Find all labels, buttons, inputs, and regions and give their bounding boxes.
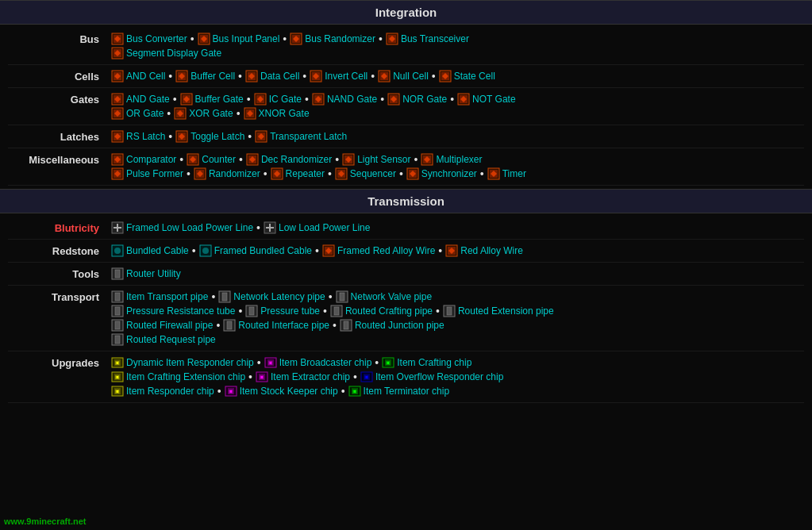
list-item: NAND Gate [312,93,377,106]
list-item: Randomizer [194,167,260,180]
list-item: Network Valve pipe [336,290,433,303]
list-item: Invert Cell [310,70,368,83]
category-label: Blutricity [8,221,111,234]
transmission-content: BlutricityFramed Low Load Power Line•Low… [0,213,812,406]
item-label: Item Broadcaster chip [279,357,372,368]
item-label: Multiplexer [436,154,482,165]
list-item: Item Transport pipe [111,290,208,303]
dot-separator: • [341,385,345,398]
list-item: Router Utility [111,267,181,280]
item-label: Transparent Latch [270,131,347,142]
item-label: Buffer Cell [190,71,235,82]
list-item: ▣Item Crafting chip [382,356,471,369]
category-label: Tools [8,267,111,280]
item-label: Framed Low Load Power Line [126,222,253,233]
item-label: XNOR Gate [259,108,310,119]
list-item: XNOR Gate [244,107,310,120]
items-line: Routed Firewall pipe•Routed Interface pi… [111,318,804,332]
category-label: Bus [8,32,111,45]
item-label: Repeater [286,168,325,179]
category-row: TransportItem Transport pipe•Network Lat… [8,286,804,351]
dot-separator: • [333,319,337,332]
items-line: ▣Item Responder chip•▣Item Stock Keeper … [111,384,804,398]
items-wrapper: AND Cell•Buffer Cell•Data Cell•Invert Ce… [111,69,804,83]
list-item: IC Gate [254,93,302,106]
dot-separator: • [329,290,333,303]
svg-text:▣: ▣ [115,389,120,394]
category-row: RedstoneBundled Cable•Framed Bundled Cab… [8,240,804,263]
item-label: Router Utility [126,268,181,279]
svg-rect-91 [115,307,120,315]
list-item: NOT Gate [457,93,515,106]
category-label: Upgrades [8,355,111,369]
list-item: XOR Gate [174,107,233,120]
item-label: Bus Transceiver [401,33,469,44]
dot-separator: • [167,107,171,120]
svg-rect-89 [340,293,344,301]
category-row: Upgrades▣Dynamic Item Responder chip•▣It… [8,351,804,403]
svg-rect-93 [249,307,254,315]
integration-content: BusBus Converter•Bus Input Panel•Bus Ran… [0,25,812,189]
svg-text:▣: ▣ [352,389,357,394]
dot-separator: • [211,290,215,303]
item-label: Null Cell [393,71,429,82]
item-label: NOT Gate [472,94,515,105]
item-label: Invert Cell [325,71,368,82]
svg-rect-83 [115,270,120,278]
item-label: Light Sensor [357,154,410,165]
items-line: Pulse Former•Randomizer•Repeater•Sequenc… [111,167,804,181]
items-wrapper: Item Transport pipe•Network Latency pipe… [111,290,804,347]
list-item: Segment Display Gate [111,47,221,60]
items-line: Comparator•Counter•Dec Randomizer•Light … [111,152,804,167]
list-item: Routed Junction pipe [340,319,444,332]
dot-separator: • [414,153,418,166]
dot-separator: • [264,167,267,180]
dot-separator: • [353,371,357,383]
item-label: Item Crafting Extension chip [126,371,245,382]
items-wrapper: AND Gate•Buffer Gate•IC Gate•NAND Gate•N… [111,92,804,121]
item-label: Dynamic Item Responder chip [126,357,254,368]
dot-separator: • [238,70,242,83]
item-label: Bundled Cable [126,245,189,256]
dot-separator: • [248,130,252,143]
list-item: Red Alloy Wire [445,244,523,257]
item-label: Framed Red Alloy Wire [337,245,435,256]
item-label: Item Responder chip [126,386,214,397]
item-label: Routed Interface pipe [238,320,329,331]
item-label: Pulse Former [126,168,183,179]
list-item: Routed Crafting pipe [330,305,433,317]
list-item: Repeater [271,167,325,180]
item-label: State Cell [454,71,495,82]
dot-separator: • [187,167,190,180]
items-line: RS Latch•Toggle Latch•Transparent Latch [111,129,804,144]
item-label: Bus Input Panel [213,33,280,44]
svg-text:▣: ▣ [115,374,120,379]
dot-separator: • [179,153,183,166]
list-item: Low Load Power Line [264,221,370,234]
dot-separator: • [375,356,379,369]
list-item: Bus Transceiver [386,33,469,45]
svg-text:▣: ▣ [229,389,233,394]
category-label: Cells [8,69,111,83]
item-label: IC Gate [269,94,302,105]
dot-separator: • [436,305,440,317]
item-label: AND Gate [126,94,170,105]
list-item: Buffer Cell [175,70,235,83]
category-label: Redstone [8,244,111,257]
item-label: Data Cell [260,71,299,82]
list-item: NOR Gate [387,93,447,106]
items-line: Bus Converter•Bus Input Panel•Bus Random… [111,32,804,46]
category-label: Gates [8,92,111,106]
list-item: ▣Item Crafting Extension chip [111,371,245,383]
svg-text:▣: ▣ [386,360,391,365]
items-line: AND Cell•Buffer Cell•Data Cell•Invert Ce… [111,69,804,83]
dot-separator: • [371,70,375,83]
category-label: Miscellaneous [8,152,111,166]
svg-text:▣: ▣ [115,360,120,365]
category-row: MiscellaneousComparator•Counter•Dec Rand… [8,148,804,186]
list-item: ▣Item Terminator chip [348,385,450,398]
item-label: NAND Gate [327,94,377,105]
category-label: Transport [8,290,111,303]
category-row: GatesAND Gate•Buffer Gate•IC Gate•NAND G… [8,88,804,125]
list-item: ▣Item Extractor chip [256,371,350,383]
